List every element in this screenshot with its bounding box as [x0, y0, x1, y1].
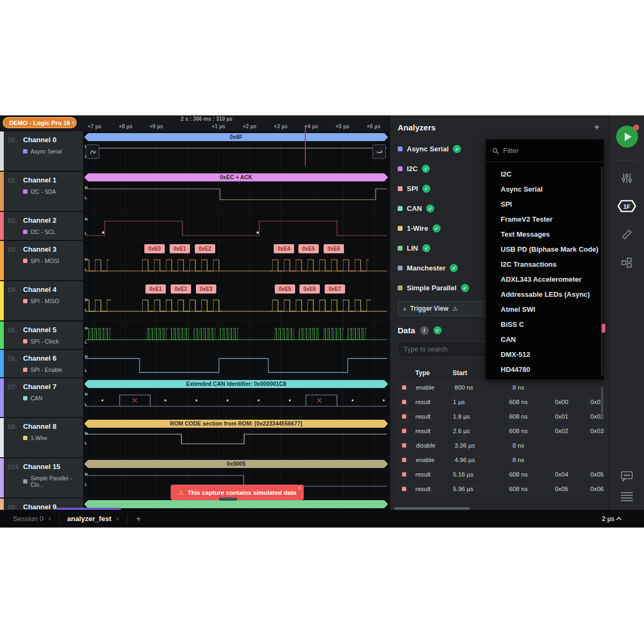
check-circle-icon[interactable]: ✓ — [422, 165, 430, 173]
waveform-channel-4[interactable]: 0xE1 0xE2 0xE3 0xE5 0xE6 0xE7 H L — [83, 281, 389, 320]
column-header[interactable]: Type — [411, 366, 447, 379]
dropdown-item[interactable]: Addressable LEDs (Async) — [486, 287, 604, 302]
channel-label-d7[interactable]: D7. Channel 7 CAN — [0, 378, 83, 417]
channel-label-d5[interactable]: D5. Channel 5 SPI - Clock — [0, 321, 83, 349]
dropdown-item[interactable]: Text Messages — [486, 227, 604, 242]
tab-close-icon[interactable]: × — [116, 515, 120, 523]
analyzer-tag[interactable]: Simple Parallel - Clo... — [23, 475, 83, 488]
add-analyzer-button[interactable]: + — [594, 122, 599, 133]
glitch-indicator-icon[interactable] — [86, 144, 99, 159]
glitch-indicator-icon[interactable] — [372, 144, 386, 159]
dropdown-item[interactable]: DMX-512 — [486, 347, 604, 362]
analyzer-tag[interactable]: SPI - Enable — [23, 367, 62, 373]
channel-code: D3. — [8, 246, 23, 280]
check-circle-icon[interactable]: ✓ — [461, 284, 469, 292]
analyzer-color-square — [402, 487, 406, 491]
pink-scroll-thumb[interactable] — [602, 324, 605, 333]
check-circle-icon[interactable]: ✓ — [422, 185, 430, 193]
waveform-channel-7[interactable]: Extended CAN Identifier: 0x000001C8 H L — [83, 378, 389, 417]
info-icon[interactable]: i — [420, 326, 429, 335]
waveform-channel-5[interactable]: H L — [83, 321, 389, 349]
table-row[interactable]: enable4.96 µs 8 ns — [398, 453, 608, 466]
dropdown-item[interactable]: ADXL343 Accelerometer — [486, 272, 604, 287]
dropdown-item[interactable]: FrameV2 Tester — [486, 212, 604, 227]
dropdown-item[interactable]: SPI — [486, 197, 604, 212]
feedback-chat-icon[interactable] — [620, 470, 634, 485]
measure-ruler-icon[interactable] — [620, 228, 633, 243]
waveform-channel-6[interactable]: H L — [83, 350, 389, 377]
analyzer-filter[interactable] — [486, 140, 604, 162]
toast-close-icon[interactable]: × — [298, 485, 301, 491]
analyzer-color-square — [23, 299, 27, 303]
table-horizontal-scrollbar[interactable] — [394, 507, 470, 510]
trigger-view-button[interactable]: › Trigger View ⚠ — [398, 301, 490, 316]
analyzer-tag[interactable]: SPI - Clock — [23, 338, 59, 345]
channel-label-d15[interactable]: D15. Channel 15 Simple Parallel - Clo... — [0, 458, 83, 497]
channel-color-strip — [0, 241, 4, 280]
decoded-frame-bar[interactable] — [84, 500, 388, 508]
channel-label-d8[interactable]: D8. Channel 8 1-Wire — [0, 418, 83, 457]
waveform-channel-8[interactable]: ROM CODE section from ROM: [0x2233445566… — [83, 418, 389, 457]
waveform-channel-0[interactable]: 0x6F H L — [83, 131, 389, 171]
channel-label-d6[interactable]: D6. Channel 6 SPI - Enable — [0, 350, 83, 377]
table-row[interactable]: result1.8 µs 608 ns0x01 0x02 — [398, 409, 608, 423]
channel-label-d2[interactable]: D2. Channel 2 I2C - SCL — [0, 212, 83, 240]
new-tab-button[interactable]: + — [130, 514, 148, 524]
dropdown-item[interactable]: BiSS C — [486, 317, 604, 332]
analyzer-tag[interactable]: Async Serial — [23, 148, 62, 155]
table-row[interactable]: result2.6 µs 608 ns0x02 0x03 — [398, 424, 608, 437]
waveform-channel-3[interactable]: 0xE0 0xE1 0xE2 0xE4 0xE5 0xE6 H L — [83, 241, 389, 280]
channel-label-d1[interactable]: D1. Channel 1 I2C - SDA — [0, 172, 83, 211]
tab-analyzer-fest[interactable]: analyzer_fest × — [62, 515, 125, 523]
main-menu-icon[interactable] — [620, 491, 634, 504]
collapse-sidebar-icon[interactable]: ‹ — [72, 118, 75, 127]
dropdown-scrollbar[interactable] — [601, 166, 603, 376]
analyzer-tag-label: SPI - MISO — [31, 298, 59, 304]
chevron-right-icon: › — [404, 305, 406, 313]
capture-settings-icon[interactable] — [620, 172, 633, 187]
channel-name: Channel 2 — [23, 216, 56, 224]
dropdown-item[interactable]: Atmel SWI — [486, 302, 604, 317]
table-row[interactable]: result5.96 µs 608 ns0x05 0x06 — [398, 482, 608, 495]
check-circle-icon[interactable]: ✓ — [433, 224, 441, 232]
device-id-hexagon-icon[interactable]: 1F — [617, 199, 637, 215]
dropdown-item[interactable]: I2C — [486, 167, 604, 182]
analyzer-tag[interactable]: I2C - SDA — [23, 188, 56, 195]
check-circle-icon[interactable]: ✓ — [453, 145, 461, 153]
table-row[interactable]: result1 µs 608 ns0x00 0x01 — [398, 395, 608, 408]
check-circle-icon[interactable]: ✓ — [422, 244, 430, 252]
tab-divider — [59, 515, 60, 523]
dropdown-item[interactable]: I2C Transactions — [486, 257, 604, 272]
dropdown-item[interactable]: Async Serial — [486, 182, 604, 197]
dropdown-item[interactable]: HD44780 — [486, 362, 604, 377]
waveform-channel-2[interactable]: H L ▲ ▲ — [83, 212, 389, 240]
channel-label-d4[interactable]: D4. Channel 4 SPI - MISO — [0, 281, 83, 320]
waveform-channel-1[interactable]: 0xEC + ACK H L — [83, 172, 389, 211]
dropdown-item[interactable]: CAN — [486, 332, 604, 347]
zoom-level-control[interactable]: 2 µs — [602, 515, 621, 523]
check-circle-icon[interactable]: ✓ — [426, 204, 434, 213]
horizontal-scrollbar-purple[interactable] — [56, 508, 121, 510]
analyzer-tag[interactable]: I2C - SCL — [23, 229, 56, 235]
channel-label-d3[interactable]: D3. Channel 3 SPI - MOSI — [0, 241, 83, 280]
analyzer-tag[interactable]: 1-Wire — [23, 435, 56, 441]
analyzer-tag[interactable]: SPI - MISO — [23, 298, 59, 304]
table-row[interactable]: enable800 ns 8 ns — [398, 380, 608, 394]
demo-badge[interactable]: DEMO - Logic Pro 16 — [3, 117, 77, 128]
layout-grid-icon[interactable] — [620, 256, 633, 271]
table-row[interactable]: disable3.36 µs 8 ns — [398, 438, 608, 452]
tab-session-0[interactable]: Session 0 × — [8, 515, 57, 523]
table-vertical-scrollbar[interactable] — [601, 386, 603, 419]
check-circle-icon[interactable]: ✓ — [450, 264, 458, 272]
timeline-header[interactable]: DEMO - Logic Pro 16 ‹ 2 s : 366 ms : 310… — [0, 115, 389, 131]
analyzer-tag[interactable]: CAN — [23, 395, 56, 401]
dropdown-item[interactable]: USB PD (Biphase Mark Code) — [486, 242, 604, 257]
analyzer-filter-input[interactable] — [503, 147, 597, 155]
table-row[interactable]: result5.16 µs 608 ns0x04 0x05 — [398, 467, 608, 481]
tab-close-icon[interactable]: × — [48, 515, 52, 523]
waveform-horizontal-scrollbar[interactable] — [219, 497, 237, 501]
analyzer-color-square — [402, 472, 406, 477]
search-icon — [492, 147, 499, 155]
channel-label-d0[interactable]: D0. Channel 0 Async Serial — [0, 131, 83, 171]
analyzer-tag[interactable]: SPI - MOSI — [23, 258, 59, 264]
